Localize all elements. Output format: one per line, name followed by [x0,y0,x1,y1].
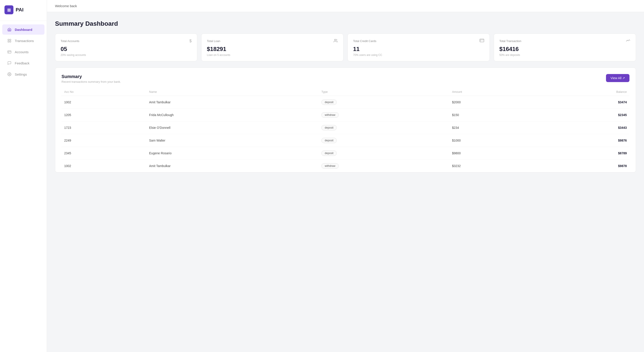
summary-cards: Total Accounts $ 05 20% saving accounts … [55,34,636,61]
table-row: 2345 Eugene Rosario deposit $9800 $8789 [62,147,630,160]
activity-icon [626,39,630,44]
app-logo-icon: ▦ [4,5,14,14]
sidebar-item-settings[interactable]: Settings [2,69,44,80]
summary-title: Summary [62,74,121,79]
app-logo-text: PAI [16,7,24,13]
col-amount: Amount [449,88,538,96]
sidebar-item-accounts[interactable]: Accounts [2,47,44,57]
cell-name: Amit Tambulkar [146,160,319,172]
card-label: Total Accounts [60,39,80,43]
svg-point-7 [334,39,336,40]
card-value: $16416 [499,46,630,52]
cell-balance: $2345 [538,109,630,122]
svg-rect-0 [8,39,9,40]
welcome-text: Welcome back [55,4,77,8]
summary-subtitle: Recent transactions summary from your ba… [62,80,121,84]
users-icon [334,39,338,44]
summary-header: Summary Recent transactions summary from… [62,74,630,84]
sidebar-item-feedback[interactable]: Feedback [2,58,44,68]
home-icon [7,27,12,32]
cell-amount: $3232 [449,160,538,172]
cell-balance: $3474 [538,96,630,109]
feedback-icon [7,61,12,65]
type-badge: deposit [321,100,337,105]
sidebar-item-dashboard[interactable]: Dashboard [2,24,44,35]
cell-type: deposit [319,134,449,147]
cell-acc-no: 1723 [62,122,146,134]
cell-acc-no: 1205 [62,109,146,122]
svg-point-5 [8,52,9,53]
table-row: 1002 Amit Tambulkar withdraw $3232 $9878 [62,160,630,172]
card-value: 11 [353,46,484,52]
card-label: Total Credit Cards [353,39,376,43]
card-total-loan: Total Loan $18291 Loan on 5 accounts [201,34,344,61]
sidebar-item-label: Dashboard [15,28,32,32]
card-total-credit-cards: Total Credit Cards 11 70% users are usin… [348,34,490,61]
credit-card-icon [480,39,484,44]
cell-name: Sam Walter [146,134,319,147]
card-sub: 20% saving accounts [60,54,192,56]
cell-balance: $3443 [538,122,630,134]
cell-amount: $1000 [449,134,538,147]
cell-acc-no: 2345 [62,147,146,160]
cell-balance: $9878 [538,160,630,172]
table-row: 1002 Amit Tambulkar deposit $2000 $3474 [62,96,630,109]
cell-name: Elsie O'Donnell [146,122,319,134]
cell-type: deposit [319,122,449,134]
cell-amount: $9800 [449,147,538,160]
main-content: Welcome back Summary Dashboard Total Acc… [47,0,644,352]
transactions-icon [7,38,12,43]
card-sub: Loan on 5 accounts [207,54,338,56]
cell-name: Eugene Rosario [146,147,319,160]
page-content: Summary Dashboard Total Accounts $ 05 20… [47,12,644,180]
cell-acc-no: 1002 [62,96,146,109]
type-badge: withdraw [321,112,338,118]
cell-amount: $2000 [449,96,538,109]
cell-name: Frida McCullough [146,109,319,122]
svg-rect-8 [480,39,484,42]
table-row: 2249 Sam Walter deposit $1000 $9876 [62,134,630,147]
cell-name: Amit Tambulkar [146,96,319,109]
col-balance: Balance [538,88,630,96]
card-label: Total Transaction [499,39,521,43]
sidebar-item-transactions[interactable]: Transactions [2,36,44,46]
sidebar-item-label: Transactions [15,39,34,43]
svg-rect-1 [8,41,9,42]
view-all-button[interactable]: View All ↗ [606,74,630,82]
cell-balance: $9876 [538,134,630,147]
cell-amount: $234 [449,122,538,134]
table-row: 1723 Elsie O'Donnell deposit $234 $3443 [62,122,630,134]
summary-section: Summary Recent transactions summary from… [55,68,636,172]
sidebar-item-label: Settings [15,72,27,76]
cell-type: withdraw [319,109,449,122]
cell-acc-no: 1002 [62,160,146,172]
accounts-icon [7,50,12,54]
svg-rect-3 [10,41,11,42]
type-badge: deposit [321,125,337,130]
type-badge: deposit [321,150,337,156]
table-header: Acc No Name Type Amount Balance [62,88,630,96]
transactions-table: Acc No Name Type Amount Balance 1002 Ami… [62,88,630,172]
sidebar-nav: Dashboard Transactions [0,21,47,83]
cell-amount: $150 [449,109,538,122]
cell-acc-no: 2249 [62,134,146,147]
card-total-accounts: Total Accounts $ 05 20% saving accounts [55,34,197,61]
card-value: 05 [60,46,192,52]
cell-type: deposit [319,147,449,160]
cell-type: withdraw [319,160,449,172]
page-title: Summary Dashboard [55,20,636,27]
dollar-icon: $ [190,39,192,44]
settings-icon [7,72,12,76]
sidebar-item-label: Feedback [15,61,30,65]
type-badge: deposit [321,138,337,143]
col-type: Type [319,88,449,96]
cell-balance: $8789 [538,147,630,160]
svg-point-6 [9,74,10,75]
topbar: Welcome back [47,0,644,12]
col-name: Name [146,88,319,96]
sidebar-logo: ▦ PAI [0,0,47,21]
card-sub: 70% users are using CC [353,54,484,56]
svg-rect-4 [8,51,11,53]
type-badge: withdraw [321,163,338,168]
col-acc-no: Acc No [62,88,146,96]
